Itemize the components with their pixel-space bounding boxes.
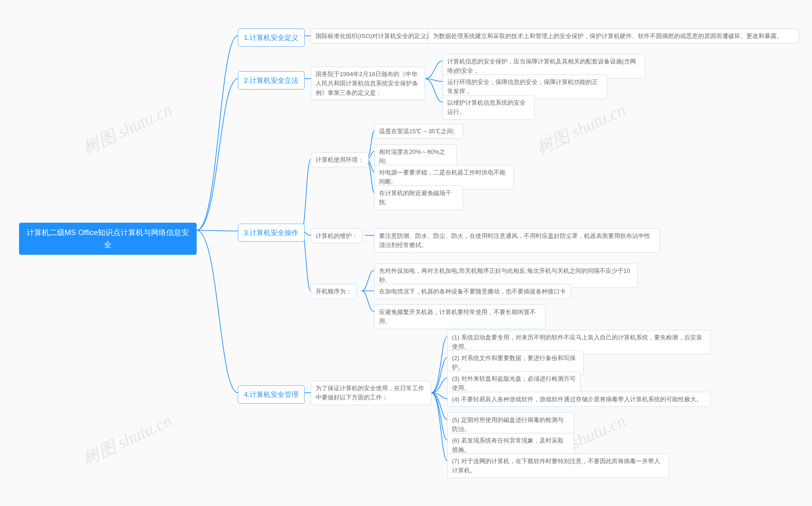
branch-3-boot-item-2[interactable]: 在加电情况下，机器的各种设备不要随意搬动，也不要插拔各种接口卡 <box>374 284 571 299</box>
branch-3-maintain[interactable]: 计算机的维护： <box>311 229 363 243</box>
branch-3-env-item-4[interactable]: 在计算机的附近避免磁场干扰. <box>374 186 463 210</box>
branch-1[interactable]: 1.计算机安全定义 <box>238 28 304 47</box>
branch-2-item-3[interactable]: 以维护计算机信息系统的安全运行。 <box>443 95 534 119</box>
branch-4-desc[interactable]: 为了保证计算机的安全使用，在日常工作中要做好以下方面的工作： <box>311 381 431 405</box>
branch-1-detail[interactable]: 为数据处理系统建立和采取的技术上和管理上的安全保护，保护计算机硬件、软件不因偶然… <box>428 28 799 44</box>
branch-4[interactable]: 4.计算机安全管理 <box>238 386 304 404</box>
branch-3[interactable]: 3.计算机安全操作 <box>238 224 304 242</box>
watermark: 树图 shutu.cn <box>533 98 629 160</box>
mindmap-root[interactable]: 计算机二级MS Office知识点计算机与网络信息安全 <box>19 223 197 255</box>
branch-4-item-7[interactable]: (7) 对于连网的计算机，在下载软件时要特别注意，不要因此而将病毒一并带入计算机… <box>447 454 669 478</box>
branch-3-env[interactable]: 计算机使用环境： <box>311 152 369 167</box>
watermark: 树图 shutu.cn <box>79 409 176 471</box>
branch-2[interactable]: 2.计算机安全立法 <box>238 71 304 89</box>
branch-2-desc[interactable]: 国务院于1994年2月18日颁布的《中华人民共和国计算机信息系统安全保护条例》章… <box>311 67 425 100</box>
branch-4-item-4[interactable]: (4) 不要轻易装入各种游戏软件，游戏软件通过存储介质将病毒带入计算机系统的可能… <box>447 392 711 407</box>
branch-3-env-item-1[interactable]: 温度在室温15℃ ~ 35℃之间; <box>374 124 463 139</box>
branch-3-boot-item-3[interactable]: 应避免频繁开关机器，计算机要经常使用，不要长期闲置不用。 <box>374 305 546 329</box>
branch-1-desc[interactable]: 国际标准化组织(ISO)对计算机安全的定义是： <box>311 28 443 44</box>
branch-3-maintain-item-1[interactable]: 要注意防潮、防水、防尘、防火，在使用时注意通风，不用时应盖好防尘罩，机器表面要用… <box>374 229 660 253</box>
branch-3-boot[interactable]: 开机顺序为： <box>311 284 357 299</box>
watermark: 树图 shutu.cn <box>79 98 176 160</box>
